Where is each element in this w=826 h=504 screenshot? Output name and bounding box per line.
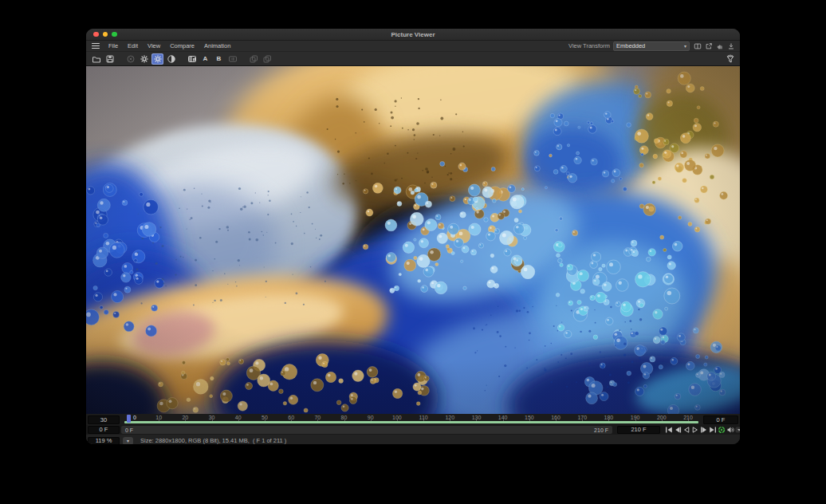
menu-compare[interactable]: Compare: [165, 41, 199, 51]
viewport[interactable]: [86, 66, 740, 414]
range-end-label: 210 F: [594, 427, 608, 433]
settings-gear-button[interactable]: [138, 53, 150, 65]
tick-mark: [503, 419, 504, 421]
open-folder-button[interactable]: [90, 53, 102, 65]
ab-compare-button: [226, 53, 238, 65]
tick-mark: [291, 419, 292, 421]
tick-mark: [582, 419, 583, 421]
tick-mark: [238, 419, 239, 421]
tick-label-0: 0: [133, 415, 136, 420]
split-view-icon[interactable]: [693, 41, 702, 50]
import-icon[interactable]: [726, 41, 735, 50]
filter-gear-button[interactable]: [151, 53, 163, 65]
go-to-start-button[interactable]: [665, 425, 673, 435]
menu-file[interactable]: File: [104, 41, 123, 51]
render-image: [86, 66, 740, 414]
tick-mark: [476, 419, 477, 421]
traffic-lights: [93, 32, 117, 37]
filter-icon[interactable]: [724, 53, 736, 65]
go-to-end-button[interactable]: [709, 425, 717, 435]
tick-mark: [635, 419, 636, 421]
loop-button[interactable]: [718, 425, 726, 435]
cache-bar: [124, 421, 698, 424]
zoom-button[interactable]: [112, 32, 117, 37]
current-frame-field[interactable]: 0 F: [703, 415, 738, 424]
end-frame-field[interactable]: 210 F: [617, 426, 660, 434]
step-back-button[interactable]: [674, 425, 682, 435]
copy-b-button: [261, 53, 273, 65]
titlebar[interactable]: Picture Viewer: [86, 29, 740, 41]
toolbar-separator: [240, 58, 246, 59]
view-transform-select[interactable]: Embedded ▾: [613, 41, 690, 51]
hand-icon[interactable]: [715, 41, 724, 50]
tick-mark: [397, 419, 398, 421]
compare-contrast-button[interactable]: [165, 53, 177, 65]
tick-mark: [556, 419, 557, 421]
view-transform-label: View Transform: [568, 42, 610, 49]
preview-range-bar[interactable]: 0 F 210 F: [121, 426, 612, 434]
transport-controls: [665, 425, 740, 435]
tick-mark: [688, 419, 689, 421]
tick-mark: [423, 419, 424, 421]
zoom-dropdown-button[interactable]: ▾: [123, 437, 133, 445]
frame-ruler[interactable]: 0102030405060708090100110120130140150160…: [121, 414, 700, 424]
play-forward-button[interactable]: [691, 425, 699, 435]
tick-mark: [212, 419, 213, 421]
tick-mark: [529, 419, 530, 421]
set-a-button[interactable]: A: [199, 53, 211, 65]
timeline: 30 0102030405060708090100110120130140150…: [86, 414, 740, 444]
tick-mark: [450, 419, 450, 421]
close-button[interactable]: [93, 32, 99, 37]
tick-mark: [344, 419, 345, 421]
status-info: Size: 2880x1800, RGB (8 Bit), 15.41 MB, …: [140, 435, 286, 444]
set-b-button[interactable]: B: [213, 53, 225, 65]
menu-edit[interactable]: Edit: [123, 41, 143, 51]
copy-a-button: [247, 53, 259, 65]
tick-mark: [662, 419, 663, 421]
tick-mark: [371, 419, 372, 421]
range-start-label: 0 F: [125, 427, 133, 433]
fps-field[interactable]: 30: [88, 415, 120, 424]
tick-mark: [608, 419, 609, 421]
playhead[interactable]: [127, 415, 131, 423]
histogram-button[interactable]: [186, 53, 198, 65]
tick-mark: [159, 419, 159, 421]
picture-viewer-window: Picture Viewer FileEditViewCompareAnimat…: [86, 29, 740, 444]
chevron-down-icon: ▾: [684, 44, 686, 49]
stop-render-button: [124, 53, 136, 65]
chevron-down-icon: ▾: [127, 439, 129, 443]
hamburger-icon[interactable]: [92, 43, 100, 49]
open-in-new-window-icon[interactable]: [704, 41, 713, 50]
tick-mark: [185, 419, 186, 421]
toolbar-separator: [117, 58, 123, 59]
minimize-button[interactable]: [103, 32, 108, 37]
options-button[interactable]: [735, 425, 740, 435]
menu-animation[interactable]: Animation: [199, 41, 235, 51]
view-transform-value: Embedded: [616, 42, 684, 49]
toolbar-separator: [179, 58, 184, 59]
toolbar: AB: [86, 52, 740, 66]
menu-view[interactable]: View: [143, 41, 165, 51]
start-frame-field[interactable]: 0 F: [88, 426, 120, 434]
zoom-field[interactable]: 119 %: [88, 437, 120, 445]
tick-mark: [317, 419, 318, 421]
save-button[interactable]: [104, 53, 116, 65]
step-forward-button[interactable]: [700, 425, 708, 435]
tick-mark: [265, 419, 266, 421]
play-reverse-button[interactable]: [682, 425, 690, 435]
window-title: Picture Viewer: [86, 31, 740, 38]
menubar: FileEditViewCompareAnimation View Transf…: [86, 41, 740, 52]
sound-button[interactable]: [726, 425, 734, 435]
